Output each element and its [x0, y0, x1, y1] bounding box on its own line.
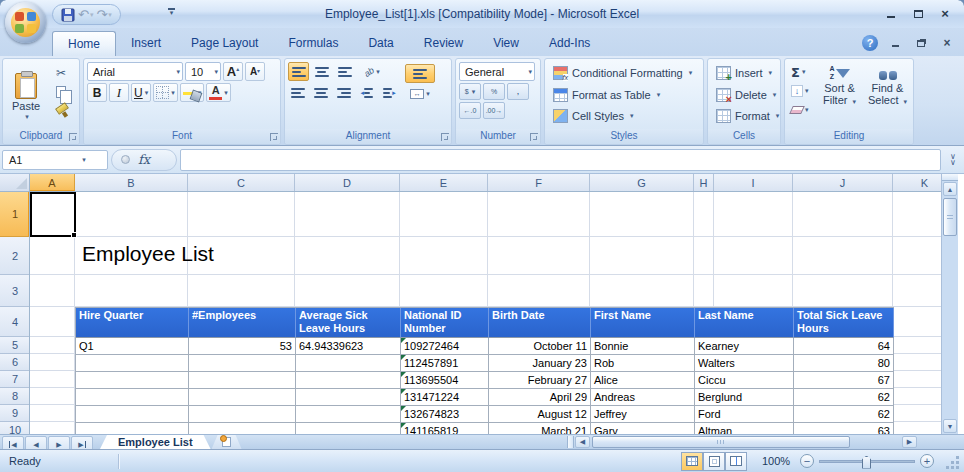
- table-cell[interactable]: 64.94339623: [296, 338, 401, 355]
- column-header-B[interactable]: B: [75, 174, 188, 192]
- vertical-scroll-thumb[interactable]: [943, 198, 957, 236]
- table-cell[interactable]: 131471224: [401, 389, 489, 406]
- table-cell[interactable]: 141165819: [401, 423, 489, 434]
- table-cell[interactable]: January 23: [489, 355, 591, 372]
- wrap-text-button[interactable]: [405, 64, 435, 83]
- close-button[interactable]: ×: [934, 6, 956, 21]
- ribbon-tab-add-ins[interactable]: Add-Ins: [534, 31, 605, 56]
- font-dialog-launcher[interactable]: [270, 133, 278, 141]
- merge-center-button[interactable]: ↔▾: [405, 84, 435, 103]
- table-cell[interactable]: [76, 423, 189, 434]
- table-cell[interactable]: [189, 423, 296, 434]
- customize-qat-button[interactable]: ▾: [168, 8, 175, 15]
- table-header-cell[interactable]: Birth Date: [489, 308, 591, 338]
- table-cell[interactable]: 62: [794, 406, 894, 423]
- horizontal-scroll-track[interactable]: [591, 436, 901, 448]
- format-as-table-button[interactable]: Format as Table▾: [552, 86, 698, 104]
- undo-button[interactable]: ↶▾: [78, 8, 93, 21]
- column-header-F[interactable]: F: [488, 174, 590, 192]
- table-header-cell[interactable]: Hire Quarter: [76, 308, 189, 338]
- column-header-A[interactable]: A: [30, 174, 75, 192]
- ribbon-tab-home[interactable]: Home: [52, 31, 116, 56]
- name-box-dropdown[interactable]: ▾: [55, 151, 107, 169]
- scroll-up-button[interactable]: ▲: [943, 182, 957, 196]
- table-cell[interactable]: Bonnie: [591, 338, 695, 355]
- table-cell[interactable]: [189, 406, 296, 423]
- vertical-scroll-track[interactable]: [942, 237, 958, 418]
- table-cell[interactable]: Gary: [591, 423, 695, 434]
- shrink-font-button[interactable]: A▾: [245, 62, 265, 81]
- ribbon-tab-data[interactable]: Data: [353, 31, 408, 56]
- table-cell[interactable]: October 11: [489, 338, 591, 355]
- align-right-button[interactable]: [334, 83, 355, 102]
- page-layout-view-button[interactable]: [703, 452, 725, 471]
- table-cell[interactable]: Ciccu: [695, 372, 794, 389]
- table-cell[interactable]: 62: [794, 389, 894, 406]
- office-button[interactable]: [5, 2, 46, 43]
- table-cell[interactable]: [189, 372, 296, 389]
- help-button[interactable]: ?: [862, 35, 878, 51]
- column-header-E[interactable]: E: [400, 174, 488, 192]
- table-cell[interactable]: Berglund: [695, 389, 794, 406]
- row-header-3[interactable]: 3: [0, 275, 30, 307]
- minimize-button[interactable]: [880, 6, 902, 21]
- cut-button[interactable]: ✂: [49, 64, 73, 82]
- column-header-D[interactable]: D: [295, 174, 400, 192]
- page-break-view-button[interactable]: [725, 452, 747, 471]
- normal-view-button[interactable]: [681, 452, 703, 471]
- sheet-tab-employee-list[interactable]: Employee List: [100, 435, 211, 449]
- table-cell[interactable]: [296, 423, 401, 434]
- number-dialog-launcher[interactable]: [530, 133, 538, 141]
- column-header-J[interactable]: J: [793, 174, 893, 192]
- hscroll-left-button[interactable]: ◀: [575, 436, 590, 448]
- increase-indent-button[interactable]: ▸: [379, 83, 400, 102]
- top-align-button[interactable]: [288, 62, 309, 81]
- borders-button[interactable]: ▾: [153, 83, 178, 102]
- font-name-combobox[interactable]: Arial▾: [87, 62, 183, 81]
- middle-align-button[interactable]: [311, 62, 332, 81]
- table-cell[interactable]: [76, 372, 189, 389]
- fill-color-button[interactable]: ▾: [180, 83, 205, 102]
- table-cell[interactable]: [189, 389, 296, 406]
- row-header-4[interactable]: 4: [0, 307, 30, 337]
- workbook-close-button[interactable]: ×: [938, 37, 956, 50]
- table-cell[interactable]: [296, 389, 401, 406]
- row-header-5[interactable]: 5: [0, 337, 30, 354]
- copy-button[interactable]: [49, 83, 73, 101]
- clipboard-dialog-launcher[interactable]: [69, 133, 77, 141]
- bold-button[interactable]: B: [87, 83, 107, 102]
- table-cell[interactable]: 67: [794, 372, 894, 389]
- select-all-corner[interactable]: [0, 174, 30, 192]
- decrease-decimal-button[interactable]: .00→: [483, 102, 505, 119]
- number-format-combobox[interactable]: General▾: [459, 62, 535, 81]
- table-cell[interactable]: Walters: [695, 355, 794, 372]
- orientation-button[interactable]: ab▾: [357, 62, 387, 81]
- row-header-1[interactable]: 1: [0, 192, 30, 237]
- table-cell[interactable]: 109272464: [401, 338, 489, 355]
- ribbon-tab-insert[interactable]: Insert: [116, 31, 176, 56]
- fx-icon[interactable]: fx: [138, 152, 150, 167]
- format-painter-button[interactable]: [49, 102, 73, 120]
- row-header-6[interactable]: 6: [0, 354, 30, 371]
- table-header-cell[interactable]: First Name: [591, 308, 695, 338]
- zoom-slider-handle[interactable]: [862, 456, 871, 469]
- zoom-out-button[interactable]: −: [800, 454, 814, 468]
- cell-styles-button[interactable]: Cell Styles▾: [552, 107, 698, 125]
- ribbon-tab-page-layout[interactable]: Page Layout: [176, 31, 273, 56]
- resize-grip[interactable]: [947, 456, 961, 472]
- decrease-indent-button[interactable]: ◂: [356, 83, 377, 102]
- font-color-button[interactable]: A▾: [206, 83, 231, 102]
- row-header-8[interactable]: 8: [0, 388, 30, 405]
- column-header-G[interactable]: G: [590, 174, 694, 192]
- name-box[interactable]: A1 ▾: [2, 150, 108, 170]
- table-header-cell[interactable]: Average Sick Leave Hours: [296, 308, 401, 338]
- zoom-slider[interactable]: [819, 460, 915, 463]
- column-header-K[interactable]: K: [893, 174, 941, 192]
- accounting-format-button[interactable]: $▾: [459, 83, 481, 100]
- percent-style-button[interactable]: %: [483, 83, 505, 100]
- align-center-button[interactable]: [311, 83, 332, 102]
- tab-split-handle[interactable]: [567, 436, 574, 448]
- table-cell[interactable]: 63: [794, 423, 894, 434]
- underline-button[interactable]: U▾: [131, 83, 151, 102]
- table-cell[interactable]: Altman: [695, 423, 794, 434]
